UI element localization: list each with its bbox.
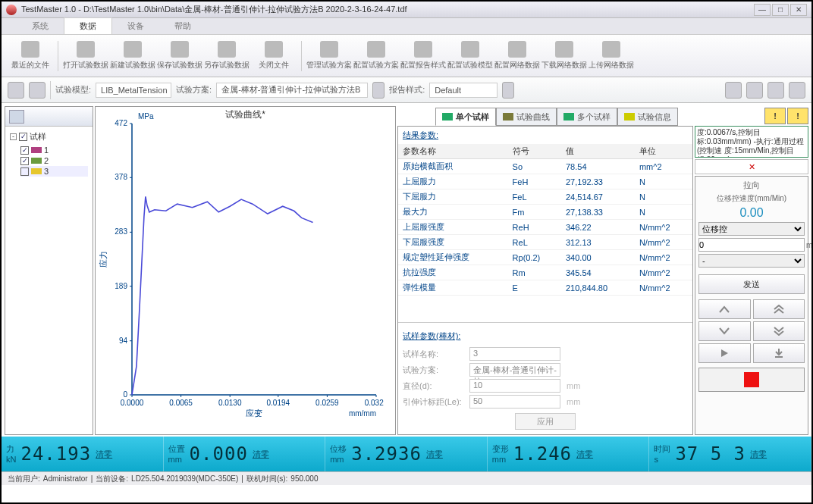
tool-icon-1[interactable]: [725, 82, 742, 99]
tree-item-2[interactable]: 3: [20, 166, 88, 177]
readout-2: 位移mm3.2936清零: [325, 437, 488, 471]
clear-log-button[interactable]: ✕: [695, 159, 808, 174]
extra-select[interactable]: -: [698, 254, 805, 268]
plan-label: 试验方案:: [176, 84, 212, 95]
model-value[interactable]: LIB_MetalTension: [96, 83, 171, 98]
tree-item-0[interactable]: ✓1: [20, 145, 88, 155]
jog-down-slow-button[interactable]: [698, 321, 751, 341]
chart-panel: 试验曲线* MPa0941892833784720.00000.00650.01…: [95, 106, 396, 435]
results-table: 参数名称符号值单位原始横截面积So78.54mm^2上屈服力FeH27,192.…: [398, 144, 692, 296]
mode-select[interactable]: 位移控: [698, 222, 805, 236]
table-row: 下屈服力FeL24,514.67N: [398, 189, 692, 205]
readout-1: 位置mm0.000清零: [164, 437, 326, 471]
return-button[interactable]: [753, 343, 805, 363]
send-button[interactable]: 发送: [698, 274, 805, 294]
report-dropdown-icon[interactable]: [502, 82, 514, 99]
svg-marker-30: [721, 349, 728, 357]
toolbar-button-5[interactable]: 关闭文件: [251, 37, 297, 75]
rate-input[interactable]: [698, 238, 805, 252]
apply-button[interactable]: 应用: [515, 413, 576, 430]
sample-tree-panel: -✓试样✓1✓23: [5, 106, 93, 435]
toolbar-icon: [320, 41, 338, 58]
toolbar-button-6[interactable]: 管理试验方案: [306, 37, 352, 75]
toolbar-button-11[interactable]: 下载网络数据: [541, 37, 587, 75]
result-tab-0[interactable]: 单个试样: [435, 108, 496, 126]
zero-button[interactable]: 清零: [426, 449, 443, 460]
svg-text:MPa: MPa: [138, 112, 154, 121]
plan-value[interactable]: 金属-棒材-普通引伸计-拉伸试验方法B: [216, 83, 368, 98]
toolbar-icon: [21, 41, 39, 58]
report-value[interactable]: Default: [429, 83, 498, 98]
menu-tab-2[interactable]: 设备: [112, 18, 159, 34]
warning-icon-1[interactable]: !: [764, 108, 786, 124]
toolbar-button-7[interactable]: 配置试验方案: [353, 37, 399, 75]
toolbar-button-3[interactable]: 保存试验数据: [157, 37, 202, 75]
result-panel: 结果参数: 参数名称符号值单位原始横截面积So78.54mm^2上屈服力FeH2…: [397, 126, 693, 435]
menu-tab-1[interactable]: 数据: [64, 17, 112, 34]
minimize-button[interactable]: —: [754, 4, 771, 16]
readout-3: 变形mm1.246清零: [488, 437, 650, 471]
zero-button[interactable]: 清零: [750, 449, 767, 460]
svg-text:94: 94: [119, 337, 128, 345]
play-button[interactable]: [698, 343, 751, 363]
jog-up-fast-button[interactable]: [753, 299, 805, 319]
results-section-title: 结果参数:: [398, 127, 692, 144]
svg-text:0.0324: 0.0324: [365, 399, 384, 407]
menu-tab-3[interactable]: 帮助: [159, 18, 206, 34]
toolbar-button-10[interactable]: 配置网络数据: [494, 37, 540, 75]
plan-dropdown-icon[interactable]: [372, 82, 385, 99]
direction-label: 拉向: [698, 180, 805, 191]
tree-root[interactable]: -✓试样: [10, 131, 88, 142]
toolbar-icon: [265, 41, 283, 58]
result-tab-1[interactable]: 试验曲线: [496, 108, 557, 126]
close-button[interactable]: ✕: [790, 4, 807, 16]
result-tabstrip: 单个试样试验曲线多个试样试验信息: [397, 106, 693, 126]
sample-input[interactable]: 10: [469, 379, 560, 393]
toolbar-button-9[interactable]: 配置试验模型: [447, 37, 493, 75]
toolbar-button-4[interactable]: 另存试验数据: [204, 37, 250, 75]
jog-up-slow-button[interactable]: [698, 299, 751, 319]
menu-tab-0[interactable]: 系统: [17, 18, 64, 34]
sample-section-title: 试样参数(棒材):: [403, 327, 688, 345]
status-bar: 当前用户:Administrator | 当前设备:LD25.504.20190…: [2, 471, 811, 485]
svg-text:0.0194: 0.0194: [267, 399, 290, 407]
stop-icon: [744, 372, 759, 387]
maximize-button[interactable]: □: [772, 4, 789, 16]
sample-input[interactable]: 3: [469, 347, 560, 361]
stop-button[interactable]: [698, 368, 805, 392]
toolbar-button-1[interactable]: 打开试验数据: [63, 37, 108, 75]
tool-icon-2[interactable]: [746, 82, 763, 99]
table-row: 最大力Fm27,138.33N: [398, 205, 692, 220]
sample-field-1: 试验方案:金属-棒材-普通引伸计-拉: [403, 363, 688, 377]
tool-icon-3[interactable]: [767, 82, 784, 99]
readout-bar: 力kN24.193清零位置mm0.000清零位移mm3.2936清零变形mm1.…: [2, 437, 811, 471]
svg-text:472: 472: [115, 119, 127, 127]
result-tab-2[interactable]: 多个试样: [557, 108, 617, 126]
sample-input[interactable]: 50: [469, 395, 560, 409]
warning-icon-2[interactable]: !: [787, 108, 808, 124]
chart-svg: MPa0941892833784720.00000.00650.01300.01…: [96, 107, 384, 433]
refresh-icon[interactable]: [8, 82, 24, 99]
tree-item-1[interactable]: ✓2: [20, 155, 88, 166]
toolbar-button-0[interactable]: 最近的文件: [8, 37, 53, 75]
undo-icon[interactable]: [29, 82, 46, 99]
tree-header-icon[interactable]: [9, 110, 24, 124]
zero-button[interactable]: 清零: [576, 449, 593, 460]
jog-down-fast-button[interactable]: [753, 321, 805, 341]
svg-text:应变: 应变: [246, 409, 262, 418]
log-box: 度:0.0067/s,控制目标:0.03mm/mm) -执行:通用过程(控制速 …: [695, 126, 808, 158]
app-icon: [6, 5, 17, 15]
rate-unit: mm/Min: [806, 241, 813, 249]
toolbar-icon: [124, 41, 142, 58]
zero-button[interactable]: 清零: [253, 449, 269, 460]
toolbar-button-12[interactable]: 上传网络数据: [589, 37, 634, 75]
sample-field-0: 试样名称:3: [403, 347, 688, 361]
toolbar-icon: [414, 41, 432, 58]
toolbar-button-8[interactable]: 配置报告样式: [400, 37, 446, 75]
toolbar-icon: [602, 41, 620, 58]
toolbar-button-2[interactable]: 新建试验数据: [110, 37, 155, 75]
zero-button[interactable]: 清零: [96, 449, 112, 460]
sample-input[interactable]: 金属-棒材-普通引伸计-拉: [469, 363, 560, 377]
result-tab-3[interactable]: 试验信息: [617, 108, 678, 126]
tool-icon-4[interactable]: [789, 82, 805, 99]
